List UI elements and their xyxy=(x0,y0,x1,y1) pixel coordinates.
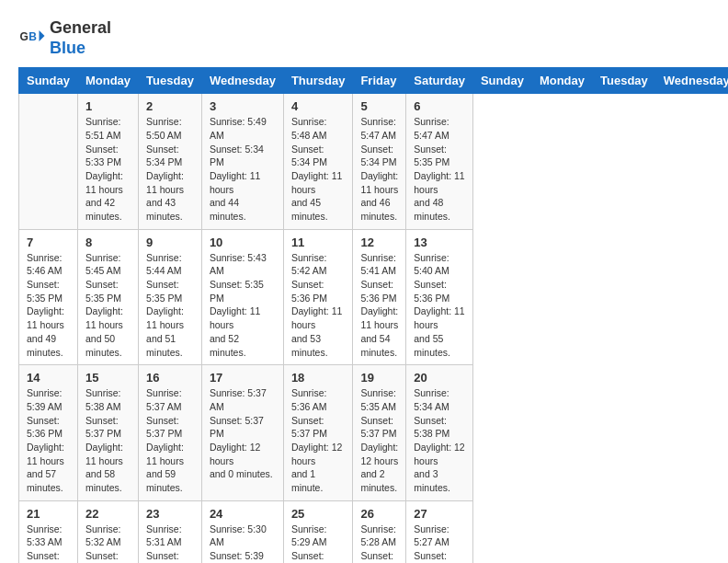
day-info: Sunrise: 5:33 AMSunset: 5:38 PMDaylight:… xyxy=(27,523,70,563)
day-number: 1 xyxy=(85,99,131,113)
col-header-wednesday: Wednesday xyxy=(655,68,728,94)
day-info: Sunrise: 5:43 AMSunset: 5:35 PMDaylight:… xyxy=(210,251,276,360)
calendar-week-row: 14Sunrise: 5:39 AMSunset: 5:36 PMDayligh… xyxy=(19,365,729,501)
day-number: 16 xyxy=(146,371,194,385)
day-info: Sunrise: 5:44 AMSunset: 5:35 PMDaylight:… xyxy=(146,251,194,360)
calendar-cell xyxy=(19,94,78,230)
header-tuesday: Tuesday xyxy=(139,68,202,94)
day-info: Sunrise: 5:36 AMSunset: 5:37 PMDaylight:… xyxy=(291,386,346,495)
day-number: 2 xyxy=(146,99,194,113)
calendar-cell: 13Sunrise: 5:40 AMSunset: 5:36 PMDayligh… xyxy=(406,229,473,365)
logo: G B General Blue xyxy=(18,18,111,58)
header-sunday: Sunday xyxy=(19,68,78,94)
day-number: 3 xyxy=(210,99,276,113)
day-number: 11 xyxy=(291,236,346,249)
calendar-cell: 9Sunrise: 5:44 AMSunset: 5:35 PMDaylight… xyxy=(139,229,202,365)
calendar-cell: 17Sunrise: 5:37 AMSunset: 5:37 PMDayligh… xyxy=(201,365,283,501)
calendar-cell: 15Sunrise: 5:38 AMSunset: 5:37 PMDayligh… xyxy=(77,365,138,501)
day-info: Sunrise: 5:31 AMSunset: 5:38 PMDaylight:… xyxy=(146,523,194,563)
calendar-cell: 12Sunrise: 5:41 AMSunset: 5:36 PMDayligh… xyxy=(353,229,406,365)
day-number: 13 xyxy=(414,236,465,249)
logo-icon: G B xyxy=(18,25,46,52)
day-info: Sunrise: 5:34 AMSunset: 5:38 PMDaylight:… xyxy=(414,386,465,495)
calendar-cell: 26Sunrise: 5:28 AMSunset: 5:39 PMDayligh… xyxy=(353,500,406,563)
svg-text:G: G xyxy=(20,29,28,42)
calendar-cell: 3Sunrise: 5:49 AMSunset: 5:34 PMDaylight… xyxy=(201,94,283,230)
calendar-week-row: 21Sunrise: 5:33 AMSunset: 5:38 PMDayligh… xyxy=(19,500,729,563)
calendar-cell: 19Sunrise: 5:35 AMSunset: 5:37 PMDayligh… xyxy=(353,365,406,501)
calendar-cell: 10Sunrise: 5:43 AMSunset: 5:35 PMDayligh… xyxy=(201,229,283,365)
calendar-cell: 11Sunrise: 5:42 AMSunset: 5:36 PMDayligh… xyxy=(283,229,353,365)
day-number: 26 xyxy=(360,507,398,521)
day-number: 24 xyxy=(210,507,276,521)
day-number: 12 xyxy=(360,236,398,249)
header-friday: Friday xyxy=(353,68,406,94)
page-header: G B General Blue xyxy=(18,18,710,58)
day-number: 23 xyxy=(146,507,194,521)
day-number: 8 xyxy=(85,236,131,249)
header-wednesday: Wednesday xyxy=(201,68,283,94)
day-number: 27 xyxy=(414,507,465,521)
calendar-cell: 2Sunrise: 5:50 AMSunset: 5:34 PMDaylight… xyxy=(139,94,202,230)
day-info: Sunrise: 5:40 AMSunset: 5:36 PMDaylight:… xyxy=(414,251,465,360)
day-info: Sunrise: 5:50 AMSunset: 5:34 PMDaylight:… xyxy=(146,115,194,224)
calendar-cell: 20Sunrise: 5:34 AMSunset: 5:38 PMDayligh… xyxy=(406,365,473,501)
day-info: Sunrise: 5:37 AMSunset: 5:37 PMDaylight:… xyxy=(210,386,276,481)
day-info: Sunrise: 5:45 AMSunset: 5:35 PMDaylight:… xyxy=(85,251,131,360)
day-number: 14 xyxy=(27,371,70,385)
day-info: Sunrise: 5:47 AMSunset: 5:35 PMDaylight:… xyxy=(414,115,465,224)
col-header-monday: Monday xyxy=(531,68,592,94)
day-info: Sunrise: 5:27 AMSunset: 5:39 PMDaylight:… xyxy=(414,523,465,563)
calendar-cell: 21Sunrise: 5:33 AMSunset: 5:38 PMDayligh… xyxy=(19,500,78,563)
day-number: 22 xyxy=(85,507,131,521)
day-info: Sunrise: 5:49 AMSunset: 5:34 PMDaylight:… xyxy=(210,115,276,224)
day-info: Sunrise: 5:28 AMSunset: 5:39 PMDaylight:… xyxy=(360,523,398,563)
day-number: 19 xyxy=(360,371,398,385)
calendar-cell: 16Sunrise: 5:37 AMSunset: 5:37 PMDayligh… xyxy=(139,365,202,501)
calendar-cell: 4Sunrise: 5:48 AMSunset: 5:34 PMDaylight… xyxy=(283,94,353,230)
day-info: Sunrise: 5:37 AMSunset: 5:37 PMDaylight:… xyxy=(146,386,194,495)
day-number: 7 xyxy=(27,236,70,249)
calendar-header-row: SundayMondayTuesdayWednesdayThursdayFrid… xyxy=(19,68,729,94)
col-header-tuesday: Tuesday xyxy=(593,68,656,94)
header-monday: Monday xyxy=(77,68,138,94)
calendar-table: SundayMondayTuesdayWednesdayThursdayFrid… xyxy=(18,67,728,563)
calendar-week-row: 7Sunrise: 5:46 AMSunset: 5:35 PMDaylight… xyxy=(19,229,729,365)
day-info: Sunrise: 5:46 AMSunset: 5:35 PMDaylight:… xyxy=(27,251,70,360)
header-saturday: Saturday xyxy=(406,68,473,94)
day-info: Sunrise: 5:42 AMSunset: 5:36 PMDaylight:… xyxy=(291,251,346,360)
day-number: 17 xyxy=(210,371,276,385)
day-info: Sunrise: 5:47 AMSunset: 5:34 PMDaylight:… xyxy=(360,115,398,224)
day-info: Sunrise: 5:30 AMSunset: 5:39 PMDaylight:… xyxy=(210,523,276,563)
calendar-cell: 22Sunrise: 5:32 AMSunset: 5:38 PMDayligh… xyxy=(77,500,138,563)
day-number: 21 xyxy=(27,507,70,521)
calendar-cell: 1Sunrise: 5:51 AMSunset: 5:33 PMDaylight… xyxy=(77,94,138,230)
calendar-cell: 23Sunrise: 5:31 AMSunset: 5:38 PMDayligh… xyxy=(139,500,202,563)
day-info: Sunrise: 5:35 AMSunset: 5:37 PMDaylight:… xyxy=(360,386,398,495)
calendar-week-row: 1Sunrise: 5:51 AMSunset: 5:33 PMDaylight… xyxy=(19,94,729,230)
header-thursday: Thursday xyxy=(283,68,353,94)
day-number: 15 xyxy=(85,371,131,385)
day-info: Sunrise: 5:48 AMSunset: 5:34 PMDaylight:… xyxy=(291,115,346,224)
calendar-cell: 6Sunrise: 5:47 AMSunset: 5:35 PMDaylight… xyxy=(406,94,473,230)
day-number: 9 xyxy=(146,236,194,249)
svg-text:B: B xyxy=(28,29,37,42)
day-info: Sunrise: 5:38 AMSunset: 5:37 PMDaylight:… xyxy=(85,386,131,495)
svg-marker-2 xyxy=(40,30,45,41)
day-info: Sunrise: 5:51 AMSunset: 5:33 PMDaylight:… xyxy=(85,115,131,224)
day-number: 5 xyxy=(360,99,398,113)
logo-text: General Blue xyxy=(50,18,111,58)
calendar-cell: 5Sunrise: 5:47 AMSunset: 5:34 PMDaylight… xyxy=(353,94,406,230)
day-number: 25 xyxy=(291,507,346,521)
day-number: 6 xyxy=(414,99,465,113)
calendar-cell: 8Sunrise: 5:45 AMSunset: 5:35 PMDaylight… xyxy=(77,229,138,365)
calendar-cell: 25Sunrise: 5:29 AMSunset: 5:39 PMDayligh… xyxy=(283,500,353,563)
day-number: 18 xyxy=(291,371,346,385)
calendar-cell: 27Sunrise: 5:27 AMSunset: 5:39 PMDayligh… xyxy=(406,500,473,563)
col-header-sunday: Sunday xyxy=(472,68,531,94)
day-number: 20 xyxy=(414,371,465,385)
calendar-cell: 18Sunrise: 5:36 AMSunset: 5:37 PMDayligh… xyxy=(283,365,353,501)
day-info: Sunrise: 5:29 AMSunset: 5:39 PMDaylight:… xyxy=(291,523,346,563)
day-info: Sunrise: 5:32 AMSunset: 5:38 PMDaylight:… xyxy=(85,523,131,563)
calendar-cell: 14Sunrise: 5:39 AMSunset: 5:36 PMDayligh… xyxy=(19,365,78,501)
